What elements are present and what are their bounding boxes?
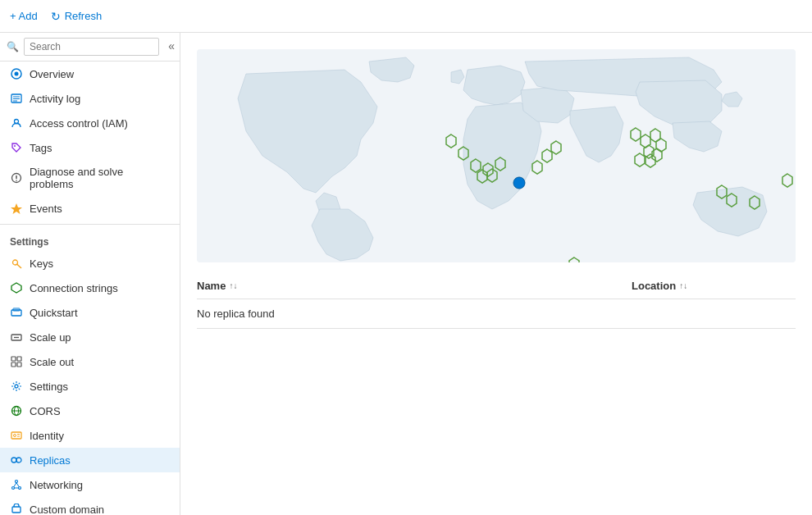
sidebar-item-label: Diagnose and solve problems bbox=[30, 166, 170, 190]
sidebar-item-label: Activity log bbox=[30, 93, 80, 105]
search-icon: 🔍 bbox=[7, 41, 19, 52]
no-data-message: No replica found bbox=[197, 299, 796, 329]
sidebar-item-label: Networking bbox=[30, 479, 83, 491]
sidebar-item-label: Connection strings bbox=[30, 282, 118, 294]
settings-icon bbox=[10, 380, 23, 393]
sidebar-item-quickstart[interactable]: Quickstart bbox=[0, 300, 180, 325]
sidebar-item-label: Settings bbox=[30, 381, 68, 393]
quickstart-icon bbox=[10, 306, 23, 319]
svg-rect-20 bbox=[17, 357, 21, 361]
sidebar-item-scale-out[interactable]: Scale out bbox=[0, 349, 180, 374]
sidebar-item-diagnose[interactable]: Diagnose and solve problems bbox=[0, 160, 180, 196]
sidebar-item-label: Scale out bbox=[30, 356, 74, 368]
activity-log-icon bbox=[10, 92, 23, 105]
replicas-icon bbox=[10, 453, 23, 467]
table-section: Name ↑↓ Location ↑↓ No replica found bbox=[180, 273, 812, 515]
svg-rect-21 bbox=[11, 362, 16, 367]
sidebar: 🔍 « Overview Activity log Access control… bbox=[0, 33, 180, 515]
svg-point-1 bbox=[15, 72, 19, 76]
svg-rect-19 bbox=[11, 357, 16, 361]
sidebar-item-label: Overview bbox=[30, 68, 74, 80]
sidebar-item-label: Scale up bbox=[30, 331, 71, 344]
svg-rect-22 bbox=[17, 362, 21, 367]
sort-icon-location: ↑↓ bbox=[679, 281, 687, 290]
svg-point-10 bbox=[16, 180, 17, 181]
sidebar-item-label: Custom domain bbox=[30, 504, 104, 516]
sidebar-item-cors[interactable]: CORS bbox=[0, 399, 180, 423]
sidebar-item-activity-log[interactable]: Activity log bbox=[0, 86, 180, 111]
svg-marker-14 bbox=[11, 283, 21, 293]
sidebar-item-label: Identity bbox=[30, 430, 64, 442]
access-control-icon bbox=[10, 116, 23, 130]
svg-point-34 bbox=[12, 487, 15, 490]
connection-strings-icon bbox=[10, 281, 23, 294]
svg-point-7 bbox=[14, 145, 16, 147]
sidebar-item-keys[interactable]: Keys bbox=[0, 251, 180, 276]
sidebar-item-custom-domain[interactable]: Custom domain bbox=[0, 497, 180, 515]
svg-point-28 bbox=[14, 435, 16, 437]
svg-marker-11 bbox=[11, 203, 22, 214]
overview-icon bbox=[10, 67, 23, 80]
sidebar-item-label: CORS bbox=[30, 405, 61, 417]
svg-point-31 bbox=[11, 458, 16, 463]
tags-icon bbox=[10, 141, 23, 154]
search-input[interactable] bbox=[24, 38, 159, 56]
svg-line-37 bbox=[16, 483, 19, 487]
settings-section-label: Settings bbox=[0, 228, 180, 251]
cors-icon bbox=[10, 404, 23, 417]
refresh-button[interactable]: ↻ Refresh bbox=[51, 10, 103, 23]
map-container bbox=[180, 33, 812, 273]
sidebar-item-events[interactable]: Events bbox=[0, 196, 180, 221]
svg-line-13 bbox=[17, 264, 22, 268]
sidebar-item-scale-up[interactable]: Scale up bbox=[0, 325, 180, 349]
sidebar-item-overview[interactable]: Overview bbox=[0, 62, 180, 86]
main-layout: 🔍 « Overview Activity log Access control… bbox=[0, 33, 812, 515]
sidebar-item-replicas[interactable]: Replicas bbox=[0, 448, 180, 472]
sidebar-item-access-control[interactable]: Access control (IAM) bbox=[0, 111, 180, 135]
sidebar-search-container: 🔍 « bbox=[0, 33, 180, 62]
sidebar-item-label: Keys bbox=[30, 258, 53, 270]
sidebar-item-connection-strings[interactable]: Connection strings bbox=[0, 276, 180, 300]
refresh-icon: ↻ bbox=[51, 10, 61, 23]
col-name-header[interactable]: Name ↑↓ bbox=[197, 280, 632, 292]
sort-icon-name: ↑↓ bbox=[229, 281, 237, 290]
world-map bbox=[197, 49, 796, 262]
svg-point-33 bbox=[16, 481, 18, 483]
sidebar-item-label: Replicas bbox=[30, 454, 71, 467]
top-bar: + Add ↻ Refresh bbox=[0, 0, 812, 33]
sidebar-item-label: Tags bbox=[30, 142, 52, 154]
diagnose-icon bbox=[10, 171, 23, 185]
svg-point-35 bbox=[19, 487, 21, 490]
svg-line-36 bbox=[14, 483, 16, 487]
sidebar-item-networking[interactable]: Networking bbox=[0, 472, 180, 497]
networking-icon bbox=[10, 478, 23, 491]
scale-out-icon bbox=[10, 355, 23, 368]
scale-up-icon bbox=[10, 330, 23, 344]
svg-point-23 bbox=[15, 385, 18, 388]
collapse-button[interactable]: « bbox=[168, 39, 175, 52]
svg-rect-39 bbox=[12, 507, 21, 513]
keys-icon bbox=[10, 257, 23, 270]
svg-point-6 bbox=[15, 120, 19, 124]
main-content: Name ↑↓ Location ↑↓ No replica found bbox=[180, 33, 812, 515]
sidebar-item-label: Access control (IAM) bbox=[30, 117, 128, 130]
identity-icon bbox=[10, 429, 23, 442]
sidebar-item-label: Quickstart bbox=[30, 307, 78, 319]
sidebar-item-identity[interactable]: Identity bbox=[0, 423, 180, 448]
svg-point-32 bbox=[16, 458, 21, 463]
add-button[interactable]: + Add bbox=[10, 10, 38, 22]
sidebar-item-label: Events bbox=[30, 203, 62, 215]
custom-domain-icon bbox=[10, 503, 23, 515]
table-header: Name ↑↓ Location ↑↓ bbox=[197, 273, 796, 299]
divider bbox=[0, 224, 180, 225]
sidebar-item-tags[interactable]: Tags bbox=[0, 135, 180, 160]
sidebar-item-settings[interactable]: Settings bbox=[0, 374, 180, 399]
svg-point-52 bbox=[513, 177, 525, 189]
events-icon bbox=[10, 202, 23, 215]
col-location-header[interactable]: Location ↑↓ bbox=[632, 280, 796, 292]
